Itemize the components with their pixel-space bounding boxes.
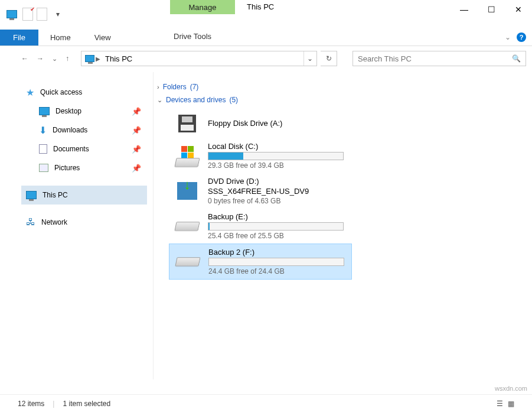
tiles-view-icon[interactable]: ▦ [508,400,514,408]
storage-bar [208,258,344,266]
group-folders-count: (7) [190,83,199,91]
floppy-icon [175,112,200,135]
recent-locations-icon[interactable]: ⌄ [52,55,57,63]
this-pc-icon[interactable] [5,7,19,21]
nav-quick-access[interactable]: ★ Quick access [21,83,153,102]
group-devices-label: Devices and drives [166,96,226,104]
forward-button[interactable]: → [37,54,44,63]
back-button[interactable]: ← [21,54,28,63]
nav-documents-label: Documents [53,145,89,153]
windows-disk-icon [175,145,200,167]
content-pane: › Folders (7) ⌄ Devices and drives (5) F… [154,72,532,379]
storage-bar [208,152,344,160]
group-devices-count: (5) [229,96,238,104]
status-selected-count: 1 item selected [63,400,110,408]
nav-quick-access-label: Quick access [40,88,82,96]
drive-free-text: 29.3 GB free of 39.4 GB [208,161,346,170]
drive-dvd-d[interactable]: DVD Drive (D:) SSS_X64FREE_EN-US_DV9 0 b… [169,173,352,209]
file-tab[interactable]: File [0,30,38,46]
address-bar[interactable]: ▶ This PC ⌄ [81,51,317,66]
quick-access-toolbar: ✔ ▾ [0,0,70,28]
network-icon: 🖧 [26,217,35,228]
close-button[interactable]: ✕ [505,0,532,19]
nav-documents[interactable]: Documents📌 [21,140,153,158]
help-icon[interactable]: ? [517,33,526,42]
group-devices[interactable]: ⌄ Devices and drives (5) [157,96,532,104]
hdd-icon [175,251,200,273]
watermark: wsxdn.com [495,385,527,392]
nav-pictures-label: Pictures [54,164,80,172]
nav-downloads-label: Downloads [53,126,87,134]
details-view-icon[interactable]: ☰ [497,400,503,408]
nav-pictures[interactable]: Pictures📌 [21,158,153,177]
star-icon: ★ [26,87,34,98]
nav-desktop-label: Desktop [56,107,81,115]
drive-name: Floppy Disk Drive (A:) [208,119,346,128]
drive-backup2-f[interactable]: Backup 2 (F:) 24.4 GB free of 24.4 GB [169,244,352,280]
properties-icon[interactable]: ✔ [22,8,33,21]
nav-desktop[interactable]: Desktop📌 [21,102,153,121]
storage-bar [208,222,344,231]
drive-tools-tab[interactable]: Drive Tools [164,28,221,44]
manage-label: Manage [170,0,235,14]
minimize-button[interactable]: — [451,0,478,19]
ribbon-tabs: File Home Share View Drive Tools ⌄ ? [0,28,532,46]
refresh-button[interactable]: ↻ [321,51,337,66]
dvd-icon [175,180,200,202]
new-folder-icon[interactable] [37,8,47,21]
address-dropdown-icon[interactable]: ⌄ [303,51,315,66]
drive-backup-e[interactable]: Backup (E:) 25.4 GB free of 25.5 GB [169,209,352,244]
group-folders[interactable]: › Folders (7) [157,83,532,91]
pin-icon: 📌 [132,107,141,116]
hdd-icon [175,215,200,238]
pin-icon: 📌 [132,145,141,154]
drive-floppy-a[interactable]: Floppy Disk Drive (A:) [169,109,352,138]
drive-sublabel: SSS_X64FREE_EN-US_DV9 [208,187,346,196]
nav-this-pc-label: This PC [43,191,68,199]
drive-free-text: 0 bytes free of 4.63 GB [208,197,346,205]
nav-this-pc[interactable]: This PC [21,186,147,205]
nav-network[interactable]: 🖧 Network [21,213,153,232]
group-folders-label: Folders [163,83,187,91]
drive-name: DVD Drive (D:) [208,177,346,186]
chevron-right-icon: › [157,83,159,90]
qat-dropdown-icon[interactable]: ▾ [51,7,65,21]
drive-name: Local Disk (C:) [208,142,346,151]
maximize-button[interactable]: ☐ [478,0,505,19]
tab-home[interactable]: Home [38,30,83,46]
search-input[interactable] [358,54,512,63]
navigation-pane: ★ Quick access Desktop📌 ⬇Downloads📌 Docu… [0,72,154,379]
downloads-icon: ⬇ [39,125,47,136]
window-title: This PC [235,0,286,28]
navigation-bar: ← → ⌄ ↑ ▶ This PC ⌄ ↻ 🔍 [0,46,532,72]
documents-icon [39,144,47,154]
address-this-pc-icon [85,55,94,62]
chevron-down-icon: ⌄ [157,96,162,104]
drive-name: Backup (E:) [208,212,346,221]
ribbon-collapse-icon[interactable]: ⌄ [505,33,511,41]
this-pc-icon [26,191,37,199]
drive-name: Backup 2 (F:) [208,248,345,257]
pictures-icon [39,164,48,172]
up-button[interactable]: ↑ [66,54,69,63]
nav-network-label: Network [41,218,67,226]
drive-free-text: 24.4 GB free of 24.4 GB [208,267,345,275]
search-box[interactable]: 🔍 [353,51,526,66]
desktop-icon [39,107,50,115]
drive-free-text: 25.4 GB free of 25.5 GB [208,232,346,240]
drive-local-c[interactable]: Local Disk (C:) 29.3 GB free of 39.4 GB [169,138,352,173]
status-bar: 12 items | 1 item selected ☰ ▦ [0,394,532,412]
manage-context-tab[interactable]: Manage [170,0,235,28]
search-icon[interactable]: 🔍 [512,54,521,63]
pin-icon: 📌 [132,126,141,135]
breadcrumb-this-pc[interactable]: This PC [102,54,136,63]
nav-downloads[interactable]: ⬇Downloads📌 [21,121,153,140]
tab-view[interactable]: View [83,30,123,46]
title-bar: ✔ ▾ Manage This PC — ☐ ✕ [0,0,532,28]
pin-icon: 📌 [132,164,141,173]
status-item-count: 12 items [18,400,44,408]
breadcrumb-separator-icon[interactable]: ▶ [94,56,102,62]
